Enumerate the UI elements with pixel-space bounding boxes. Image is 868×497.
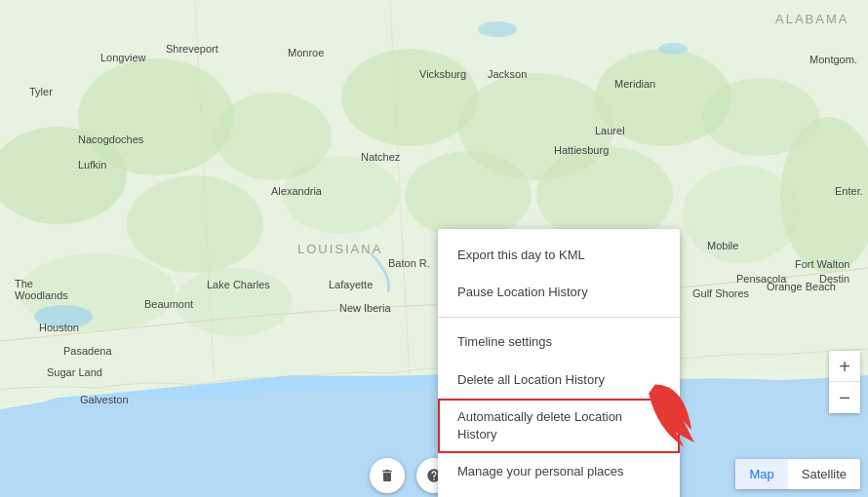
- map-container: ALABAMA LOUISIANA Tyler Longview Shrevep…: [0, 0, 868, 497]
- delete-toolbar-button[interactable]: [370, 458, 405, 493]
- menu-item-download-data[interactable]: Download a copy of all your data: [438, 490, 680, 497]
- svg-point-16: [176, 268, 293, 336]
- zoom-out-button[interactable]: −: [829, 382, 860, 413]
- map-background: [0, 0, 868, 497]
- zoom-controls: + −: [829, 351, 860, 413]
- svg-point-3: [78, 58, 234, 175]
- svg-point-10: [127, 175, 263, 273]
- bottom-toolbar: [0, 454, 868, 497]
- menu-item-delete-all[interactable]: Delete all Location History: [438, 362, 680, 399]
- trash-icon: [379, 468, 395, 483]
- zoom-in-button[interactable]: +: [829, 351, 860, 382]
- svg-point-12: [405, 151, 532, 239]
- menu-item-export-kml[interactable]: Export this day to KML: [438, 237, 680, 274]
- menu-divider-1: [438, 317, 680, 318]
- svg-point-18: [478, 21, 517, 37]
- svg-point-5: [341, 49, 478, 146]
- menu-item-timeline-settings[interactable]: Timeline settings: [438, 324, 680, 361]
- svg-point-11: [283, 156, 400, 234]
- svg-point-19: [658, 43, 688, 55]
- menu-item-auto-delete[interactable]: Automatically delete Location History: [438, 399, 680, 453]
- dropdown-menu: Export this day to KML Pause Location Hi…: [438, 229, 680, 497]
- menu-item-manage-places[interactable]: Manage your personal places: [438, 453, 680, 490]
- svg-point-14: [683, 166, 800, 263]
- svg-point-17: [34, 305, 93, 328]
- menu-item-pause-location[interactable]: Pause Location History: [438, 274, 680, 311]
